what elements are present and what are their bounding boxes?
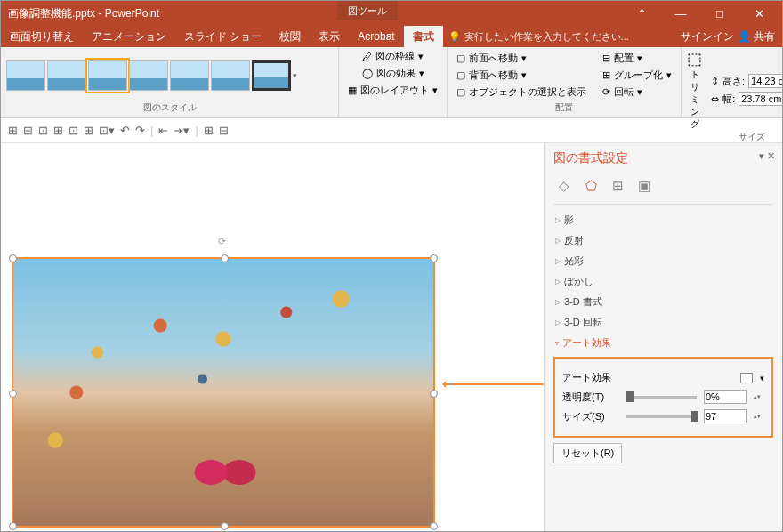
picture-style-2[interactable] [47, 60, 86, 91]
qat-icon[interactable]: ⊟ [23, 124, 33, 137]
picture-style-6[interactable] [211, 60, 250, 91]
picture-effects-button[interactable]: ◯ 図の効果 ▾ [359, 66, 428, 81]
signin-link[interactable]: サインイン [681, 29, 734, 44]
minimize-button[interactable]: — [661, 1, 700, 26]
resize-handle[interactable] [430, 254, 438, 262]
qat-icon[interactable]: ⊟ [219, 124, 229, 137]
section-blur[interactable]: ▷ぼかし [553, 271, 773, 292]
selected-picture[interactable] [12, 257, 435, 528]
spinner-icon[interactable]: ▴▾ [754, 393, 764, 400]
section-3d-format[interactable]: ▷3-D 書式 [553, 292, 773, 312]
section-artistic-effects[interactable]: ▿アート効果 [553, 333, 773, 353]
qat-icon[interactable]: ⊡▾ [99, 124, 115, 137]
resize-handle[interactable] [9, 390, 17, 398]
picture-layout-button[interactable]: ▦ 図のレイアウト ▾ [344, 83, 441, 98]
size-label: サイズ(S) [562, 410, 619, 423]
size-slider[interactable] [626, 415, 697, 418]
resize-handle[interactable] [430, 390, 438, 398]
contextual-tab-label: 図ツール [337, 1, 398, 20]
close-button[interactable]: ✕ [739, 1, 779, 26]
share-button[interactable]: 👤 共有 [738, 29, 775, 44]
group-label-styles: 図のスタイル [6, 101, 333, 116]
qat-icon[interactable]: ↶ [120, 124, 130, 137]
tab-transitions[interactable]: 画面切り替え [1, 26, 83, 48]
resize-handle[interactable] [9, 254, 17, 262]
art-effect-label: アート効果 [562, 371, 733, 384]
picture-style-1[interactable] [6, 60, 45, 91]
size-props-icon[interactable]: ⊞ [609, 177, 626, 195]
qat-icon[interactable]: ↷ [135, 124, 145, 137]
send-backward-button[interactable]: ▢ 背面へ移動 ▾ [453, 68, 590, 83]
section-3d-rotation[interactable]: ▷3-D 回転 [553, 312, 773, 333]
group-label-arrange: 配置 [453, 101, 675, 116]
section-shadow[interactable]: ▷影 [553, 210, 773, 230]
picture-style-5[interactable] [170, 60, 209, 91]
width-field[interactable]: ⇔ 幅: ▴▾ [707, 91, 783, 107]
rotate-button[interactable]: ⟳ 回転 ▾ [599, 85, 675, 100]
file-title: 画像調整機能.pptx - PowerPoint [4, 6, 159, 21]
picture-border-button[interactable]: 🖊 図の枠線 ▾ [359, 49, 427, 64]
resize-handle[interactable] [9, 522, 17, 530]
picture-icon[interactable]: ▣ [635, 177, 653, 195]
transparency-slider[interactable] [626, 396, 697, 399]
reset-button[interactable]: リセット(R) [553, 443, 622, 463]
qat-icon[interactable]: ⊞ [8, 124, 18, 137]
qat-icon[interactable]: ⇤ [158, 124, 168, 137]
qat-icon[interactable]: ⇥▾ [174, 124, 190, 137]
pane-close-button[interactable]: ▾ ✕ [759, 150, 775, 162]
resize-handle[interactable] [221, 522, 229, 530]
bring-forward-button[interactable]: ▢ 前面へ移動 ▾ [453, 51, 590, 66]
tab-animations[interactable]: アニメーション [83, 26, 175, 48]
section-reflection[interactable]: ▷反射 [553, 230, 773, 251]
format-picture-pane: ▾ ✕ 図の書式設定 ◇ ⬠ ⊞ ▣ ▷影 ▷反射 ▷光彩 ▷ぼかし ▷3-D … [544, 143, 782, 532]
fill-line-icon[interactable]: ◇ [555, 177, 573, 195]
qat-icon[interactable]: ⊞ [84, 124, 93, 137]
picture-style-3[interactable] [88, 60, 127, 91]
tab-format[interactable]: 書式 [404, 26, 443, 48]
height-field[interactable]: ⇕ 高さ: ▴▾ [707, 73, 783, 89]
section-glow[interactable]: ▷光彩 [553, 251, 773, 271]
spinner-icon[interactable]: ▴▾ [754, 413, 764, 420]
ribbon-opts-icon[interactable]: ⌃ [622, 1, 661, 26]
selection-pane-button[interactable]: ▢ オブジェクトの選択と表示 [453, 85, 590, 100]
qat-icon[interactable]: ⊡ [38, 124, 48, 137]
qat-icon[interactable]: ⊡ [69, 124, 78, 137]
qat-icon[interactable]: ⊞ [53, 124, 63, 137]
tab-view[interactable]: 表示 [310, 26, 349, 48]
tell-me-text: 実行したい作業を入力してください... [464, 30, 629, 44]
annotation-arrow [444, 383, 556, 385]
transparency-label: 透明度(T) [562, 391, 619, 404]
group-button[interactable]: ⊞ グループ化 ▾ [599, 68, 675, 83]
slide-canvas[interactable]: ⟳ [1, 143, 544, 532]
tab-review[interactable]: 校閲 [270, 26, 310, 48]
tab-slideshow[interactable]: スライド ショー [175, 26, 270, 48]
tell-me[interactable]: 💡 実行したい作業を入力してください... [448, 30, 629, 44]
art-effect-preset-button[interactable] [740, 373, 753, 383]
pane-title: 図の書式設定 [553, 150, 773, 166]
dropdown-icon[interactable]: ▾ [760, 374, 764, 383]
styles-more-icon[interactable]: ▾ [293, 71, 297, 80]
picture-content [13, 259, 433, 526]
align-button[interactable]: ⊟ 配置 ▾ [599, 51, 675, 66]
effects-icon[interactable]: ⬠ [582, 177, 600, 195]
resize-handle[interactable] [221, 254, 229, 262]
crop-button[interactable]: ⬚ トリミング [687, 49, 702, 131]
resize-handle[interactable] [430, 522, 438, 530]
transparency-input[interactable] [704, 390, 747, 404]
maximize-button[interactable]: □ [700, 1, 739, 26]
qat-icon[interactable]: ⊞ [204, 124, 214, 137]
size-input[interactable] [704, 409, 747, 423]
rotate-handle-icon[interactable]: ⟳ [218, 236, 226, 247]
tab-acrobat[interactable]: Acrobat [349, 27, 403, 46]
picture-style-7[interactable] [252, 60, 291, 91]
picture-style-4[interactable] [129, 60, 168, 91]
